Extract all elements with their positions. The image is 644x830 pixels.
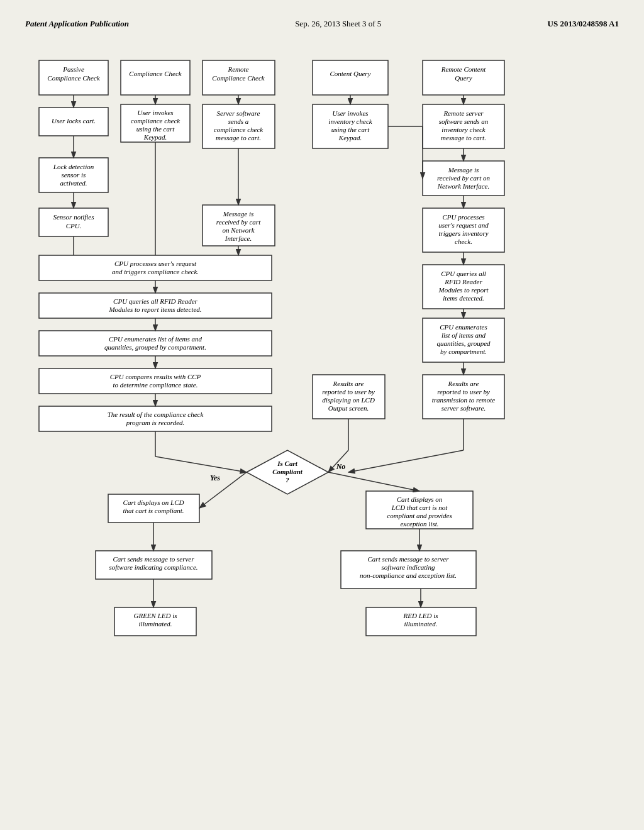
svg-text:Compliant: Compliant <box>272 468 303 475</box>
svg-text:Interface.: Interface. <box>225 235 252 242</box>
header-center: Sep. 26, 2013 Sheet 3 of 5 <box>295 19 381 29</box>
svg-text:LCD that cart is not: LCD that cart is not <box>391 504 448 511</box>
svg-line-147 <box>328 472 419 491</box>
svg-text:CPU enumerates: CPU enumerates <box>440 323 487 331</box>
svg-text:User locks cart.: User locks cart. <box>52 117 96 124</box>
svg-text:The result of the compliance c: The result of the compliance check <box>108 411 204 418</box>
svg-text:Keypad.: Keypad. <box>143 133 167 141</box>
svg-text:Results are: Results are <box>448 380 479 387</box>
svg-text:items detected.: items detected. <box>443 294 484 302</box>
svg-rect-8 <box>313 60 388 95</box>
svg-text:Passive: Passive <box>62 65 84 73</box>
svg-text:CPU.: CPU. <box>66 222 82 230</box>
svg-text:?: ? <box>286 476 289 484</box>
svg-text:quantities, grouped by compart: quantities, grouped by compartment. <box>104 343 206 351</box>
svg-text:Cart sends message to server: Cart sends message to server <box>113 555 195 563</box>
svg-text:user's request and: user's request and <box>438 221 489 229</box>
svg-text:Server software: Server software <box>217 109 260 117</box>
svg-rect-51 <box>423 208 504 252</box>
svg-text:program is recorded.: program is recorded. <box>126 419 185 426</box>
svg-text:CPU enumerates list of items a: CPU enumerates list of items and <box>109 335 203 343</box>
svg-rect-97 <box>108 494 199 523</box>
svg-text:Yes: Yes <box>210 473 220 482</box>
svg-rect-115 <box>366 607 476 636</box>
svg-rect-43 <box>39 208 108 236</box>
svg-text:non-compliance and exception l: non-compliance and exception list. <box>360 572 457 579</box>
svg-rect-20 <box>203 104 275 148</box>
svg-text:RED LED is: RED LED is <box>403 612 438 619</box>
svg-text:quantities, grouped: quantities, grouped <box>436 340 491 347</box>
svg-text:CPU processes user's request: CPU processes user's request <box>114 260 197 267</box>
svg-line-145 <box>348 450 464 472</box>
svg-text:list of items and: list of items and <box>441 331 486 339</box>
svg-rect-0 <box>39 60 108 95</box>
svg-text:Compliance Check: Compliance Check <box>129 70 182 77</box>
svg-rect-30 <box>423 104 504 148</box>
page-header: Patent Application Publication Sep. 26, … <box>25 13 619 35</box>
svg-text:Cart sends message to server: Cart sends message to server <box>368 555 450 563</box>
svg-text:transmission to remote: transmission to remote <box>432 396 496 404</box>
svg-rect-25 <box>313 104 388 148</box>
svg-text:on Network: on Network <box>222 226 255 234</box>
svg-text:CPU queries all RFID Reader: CPU queries all RFID Reader <box>113 297 198 305</box>
diagram-container: Passive Compliance Check Compliance Chec… <box>33 54 611 809</box>
svg-rect-15 <box>121 104 190 142</box>
svg-text:to determine compliance state.: to determine compliance state. <box>113 381 197 389</box>
svg-text:activated.: activated. <box>60 179 87 187</box>
svg-text:compliance check: compliance check <box>214 126 264 133</box>
svg-text:User invokes: User invokes <box>332 109 368 117</box>
svg-text:Cart displays on LCD: Cart displays on LCD <box>123 499 184 506</box>
svg-text:Cart displays on: Cart displays on <box>397 495 443 503</box>
svg-text:and triggers compliance check.: and triggers compliance check. <box>112 268 199 275</box>
svg-rect-83 <box>423 375 504 419</box>
svg-text:User invokes: User invokes <box>137 109 173 116</box>
svg-text:illuminated.: illuminated. <box>139 620 172 628</box>
svg-text:inventory check: inventory check <box>328 118 372 125</box>
svg-rect-56 <box>39 255 272 280</box>
svg-rect-3 <box>121 60 190 95</box>
svg-text:reported to user by: reported to user by <box>437 388 490 396</box>
page: Patent Application Publication Sep. 26, … <box>0 0 644 830</box>
svg-rect-35 <box>39 158 108 192</box>
svg-text:exception list.: exception list. <box>400 520 438 528</box>
svg-rect-108 <box>341 551 476 589</box>
svg-text:reported to user by: reported to user by <box>322 388 375 396</box>
svg-text:CPU processes: CPU processes <box>442 213 484 221</box>
svg-rect-70 <box>423 318 504 362</box>
svg-text:illuminated.: illuminated. <box>404 620 438 628</box>
svg-rect-13 <box>39 108 108 136</box>
svg-text:Lock detection: Lock detection <box>53 163 94 170</box>
svg-text:Modules to report items detect: Modules to report items detected. <box>108 306 201 313</box>
header-right: US 2013/0248598 A1 <box>548 19 619 29</box>
svg-rect-112 <box>114 607 196 636</box>
svg-rect-105 <box>96 551 212 579</box>
svg-rect-10 <box>423 60 504 95</box>
svg-text:Compliance Check: Compliance Check <box>212 74 265 82</box>
svg-text:Network Interface.: Network Interface. <box>437 182 489 190</box>
svg-text:Compliance Check: Compliance Check <box>47 74 101 82</box>
diagram-svg: Passive Compliance Check Compliance Chec… <box>33 54 611 809</box>
svg-text:software sends an: software sends an <box>439 118 489 125</box>
svg-text:displaying on LCD: displaying on LCD <box>322 396 375 404</box>
header-left: Patent Application Publication <box>25 19 129 29</box>
svg-text:that cart is compliant.: that cart is compliant. <box>123 507 184 514</box>
svg-text:Is Cart: Is Cart <box>277 460 297 467</box>
svg-text:server software.: server software. <box>441 404 486 412</box>
svg-rect-88 <box>39 406 272 431</box>
svg-text:Query: Query <box>455 74 472 82</box>
svg-text:compliant and provides: compliant and provides <box>387 512 452 519</box>
svg-text:Output screen.: Output screen. <box>328 404 369 412</box>
svg-text:check.: check. <box>455 238 472 245</box>
svg-rect-39 <box>423 161 504 196</box>
svg-text:No: No <box>336 462 346 471</box>
svg-line-146 <box>199 472 247 508</box>
svg-text:CPU compares results with CCP: CPU compares results with CCP <box>110 373 201 380</box>
svg-rect-78 <box>313 375 385 419</box>
svg-text:Content Query: Content Query <box>330 70 370 77</box>
svg-text:Results are: Results are <box>333 380 364 387</box>
svg-text:using the cart: using the cart <box>331 126 370 133</box>
svg-text:RFID Reader: RFID Reader <box>444 278 482 285</box>
svg-rect-46 <box>203 205 275 246</box>
svg-text:Message is: Message is <box>223 210 254 218</box>
svg-text:CPU queries all: CPU queries all <box>441 270 486 277</box>
